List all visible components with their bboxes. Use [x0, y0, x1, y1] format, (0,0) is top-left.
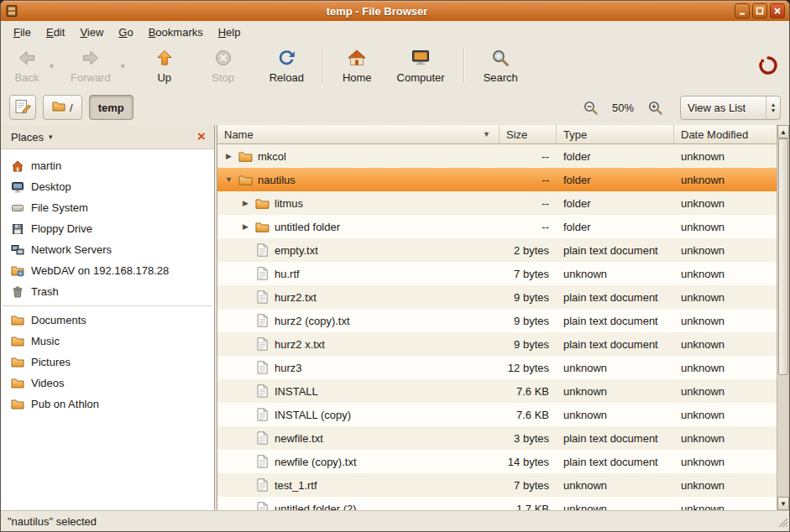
scroll-down-button[interactable]: ▼ — [777, 497, 789, 510]
file-size: 2 bytes — [500, 244, 557, 257]
zoom-out-button[interactable] — [581, 97, 601, 117]
desktop-icon — [10, 180, 24, 194]
file-row-hurz3[interactable]: hurz3 12 bytes unknown unknown — [217, 356, 777, 379]
column-header-type[interactable]: Type — [557, 125, 674, 144]
file-name: hurz3 — [271, 362, 302, 374]
file-row-hurz2-copy-txt[interactable]: hurz2 (copy).txt 9 bytes plain text docu… — [217, 309, 777, 332]
column-header-name[interactable]: Name ▼ — [217, 125, 500, 144]
folder-icon — [253, 198, 271, 209]
expander-collapsed-icon[interactable]: ▶ — [238, 199, 253, 207]
file-row-newfile-copy-txt[interactable]: newfile (copy).txt 14 bytes plain text d… — [217, 450, 777, 473]
file-list-pane: Name ▼ Size Type Date Modified ▶ mkcol — [217, 125, 789, 510]
window-icon — [5, 4, 19, 18]
file-type: plain text document — [557, 244, 674, 257]
scroll-up-button[interactable]: ▲ — [777, 125, 789, 138]
file-name: untitled folder — [271, 221, 340, 233]
search-icon — [490, 48, 510, 70]
file-row-mkcol[interactable]: ▶ mkcol -- folder unknown — [217, 144, 777, 168]
status-text: "nautilus" selected — [8, 515, 97, 528]
path-root-button[interactable]: / — [43, 95, 82, 120]
menu-bookmarks[interactable]: Bookmarks — [141, 21, 211, 43]
forward-icon — [81, 48, 101, 70]
home-button[interactable]: Home — [336, 44, 379, 86]
forward-button[interactable]: Forward — [64, 44, 118, 86]
sidebar-item-network-servers[interactable]: Network Servers — [1, 239, 214, 260]
file-name: hurz2 x.txt — [271, 338, 325, 351]
text-file-icon — [253, 455, 271, 468]
file-row-install-copy[interactable]: INSTALL (copy) 7.6 KB unknown unknown — [217, 403, 777, 426]
sidebar-item-trash[interactable]: Trash — [1, 281, 214, 302]
maximize-button[interactable] — [752, 3, 767, 18]
sidebar-item-file-system[interactable]: File System — [1, 197, 214, 218]
close-button[interactable] — [770, 3, 785, 18]
close-sidebar-button[interactable]: × — [194, 130, 209, 143]
file-size: 7.6 KB — [500, 385, 557, 398]
file-size: 1.7 KB — [500, 503, 557, 511]
trash-icon — [10, 285, 24, 299]
expander-collapsed-icon[interactable]: ▶ — [238, 222, 253, 231]
file-type: plain text document — [557, 456, 674, 468]
menu-view[interactable]: View — [72, 21, 111, 43]
file-row-empty-txt[interactable]: empty.txt 2 bytes plain text document un… — [217, 238, 777, 262]
file-row-hu-rtf[interactable]: hu.rtf 7 bytes unknown unknown — [217, 262, 777, 285]
file-row-test-1-rtf[interactable]: test_1.rtf 7 bytes unknown unknown — [217, 473, 777, 497]
file-row-untitled-folder-2[interactable]: untitled folder (2) 1.7 KB unknown unkno… — [217, 497, 777, 510]
places-dropdown[interactable]: Places ▾ — [6, 129, 58, 145]
sidebar-item-pictures[interactable]: Pictures — [1, 352, 214, 373]
view-as-combo[interactable]: View as List ▴▾ — [680, 96, 781, 120]
column-header-size[interactable]: Size — [500, 125, 557, 144]
resize-grip[interactable] — [777, 517, 788, 530]
computer-button[interactable]: Computer — [390, 44, 452, 86]
zoom-in-button[interactable] — [645, 97, 665, 117]
file-modified: unknown — [674, 409, 777, 421]
file-row-install[interactable]: INSTALL 7.6 KB unknown unknown — [217, 379, 777, 403]
file-type: plain text document — [557, 291, 674, 304]
forward-history-arrow[interactable]: ▾ — [118, 44, 128, 86]
scrollbar-thumb[interactable] — [778, 138, 788, 375]
edit-location-button[interactable] — [9, 95, 36, 120]
file-modified: unknown — [674, 503, 777, 511]
sidebar-item-martin[interactable]: martin — [1, 155, 214, 176]
sidebar-item-documents[interactable]: Documents — [1, 310, 214, 331]
reload-button[interactable]: Reload — [263, 44, 311, 86]
sort-indicator-icon: ▼ — [483, 130, 492, 138]
column-header-date-modified[interactable]: Date Modified — [674, 125, 777, 144]
file-row-hurz2-txt[interactable]: hurz2.txt 9 bytes plain text document un… — [217, 285, 777, 309]
toolbar: Back ▾ Forward ▾ Up Stop Reload Home Com… — [1, 43, 789, 90]
minimize-button[interactable] — [735, 3, 750, 18]
back-history-arrow[interactable]: ▾ — [46, 44, 57, 86]
combo-spinner-icon: ▴▾ — [766, 96, 780, 119]
back-icon — [17, 48, 37, 70]
file-row-litmus[interactable]: ▶ litmus -- folder unknown — [217, 191, 777, 215]
sidebar-item-desktop[interactable]: Desktop — [1, 176, 214, 197]
sidebar-item-videos[interactable]: Videos — [1, 373, 214, 394]
file-type: folder — [557, 221, 674, 233]
sidebar-item-music[interactable]: Music — [1, 331, 214, 352]
stop-button[interactable]: Stop — [204, 44, 243, 86]
file-row-hurz2-x-txt[interactable]: hurz2 x.txt 9 bytes plain text document … — [217, 332, 777, 356]
file-row-nautilus[interactable]: ▼ nautilus -- folder unknown — [217, 168, 777, 191]
file-modified: unknown — [674, 456, 777, 468]
menu-edit[interactable]: Edit — [39, 21, 72, 43]
file-name: litmus — [271, 197, 303, 210]
scrollbar-track[interactable] — [777, 138, 789, 497]
search-button[interactable]: Search — [477, 44, 525, 86]
sidebar-item-webdav[interactable]: WebDAV on 192.168.178.28 — [1, 260, 214, 281]
expander-collapsed-icon[interactable]: ▶ — [222, 152, 236, 160]
menu-file[interactable]: File — [6, 21, 39, 43]
path-current-button[interactable]: temp — [89, 95, 133, 120]
menu-help[interactable]: Help — [211, 21, 249, 43]
file-row-newfile-txt[interactable]: newfile.txt 3 bytes plain text document … — [217, 426, 777, 450]
back-button[interactable]: Back — [8, 44, 46, 86]
sidebar-item-floppy-drive[interactable]: Floppy Drive — [1, 218, 214, 239]
toolbar-separator — [463, 48, 465, 83]
menu-go[interactable]: Go — [111, 21, 140, 43]
vertical-scrollbar[interactable]: ▲ ▼ — [777, 125, 789, 510]
up-button[interactable]: Up — [145, 44, 184, 86]
titlebar[interactable]: temp - File Browser — [1, 1, 789, 21]
file-modified: unknown — [674, 432, 777, 445]
expander-expanded-icon[interactable]: ▼ — [222, 175, 236, 184]
file-row-untitled-folder[interactable]: ▶ untitled folder -- folder unknown — [217, 215, 777, 238]
sidebar-item-pub-on-athlon[interactable]: Pub on Athlon — [1, 394, 214, 415]
file-type: folder — [557, 150, 674, 163]
